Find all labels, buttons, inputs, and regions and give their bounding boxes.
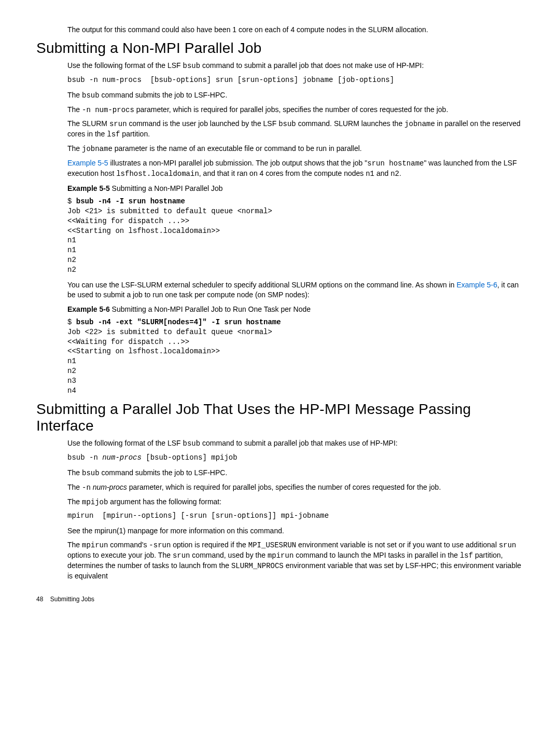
text: You can use the LSF-SLURM external sched…	[67, 281, 456, 289]
text: command. SLURM launches the	[296, 119, 404, 128]
s1-p4: The SLURM srun command is the user job l…	[67, 119, 524, 140]
text: option is required if the	[171, 541, 248, 549]
inline-code: -srun	[149, 541, 171, 549]
inline-code: bsub	[82, 469, 100, 477]
example-5-5-title: Example 5-5 Submitting a Non-MPI Paralle…	[67, 184, 524, 192]
inline-code: mpirun	[268, 551, 293, 560]
text: options to execute your job. The	[67, 551, 173, 559]
s1-p1: Use the following format of the LSF bsub…	[67, 61, 524, 71]
s1-p6: Example 5-5 illustrates a non-MPI parall…	[67, 158, 524, 179]
cmd: bsub -n4 -I srun hostname	[76, 197, 185, 205]
intro-paragraph: The output for this command could also h…	[36, 25, 524, 35]
output: Job <21> is submitted to default queue <…	[67, 207, 272, 274]
example-label: Example 5-5	[67, 184, 110, 192]
text: The	[67, 541, 82, 549]
text: [bsub-options] mpijob	[142, 453, 237, 462]
text: The	[67, 468, 82, 477]
inline-code: lsf	[107, 130, 120, 139]
inline-code: bsub	[82, 91, 100, 100]
s2-p1: Use the following format of the LSF bsub…	[67, 438, 524, 449]
cmd: bsub -n4 -ext "SLURM[nodes=4]" -I srun h…	[76, 318, 281, 326]
page-footer: 48 Submitting Jobs	[36, 596, 524, 603]
s1-p7: You can use the LSF-SLURM external sched…	[67, 280, 524, 300]
text: command to launch the MPI tasks in paral…	[293, 551, 460, 559]
inline-code: lsfhost.localdomain	[116, 170, 199, 178]
inline-code: srun	[173, 551, 190, 560]
example-desc: Submitting a Non-MPI Parallel Job	[110, 184, 223, 192]
text: command submits the job to LSF-HPC.	[100, 91, 228, 99]
text: The SLURM	[67, 119, 109, 128]
inline-code: -n num-procs	[82, 106, 134, 114]
section2-heading: Submitting a Parallel Job That Uses the …	[36, 401, 524, 434]
text: and	[374, 169, 390, 177]
text: The	[67, 91, 82, 99]
text: command submits the job to LSF-HPC.	[100, 468, 228, 477]
text: argument has the following format:	[108, 498, 221, 506]
s2-p5: See the mpirun(1) manpage for more infor…	[67, 526, 524, 536]
example-5-5-code: $ bsub -n4 -I srun hostname Job <21> is …	[67, 197, 524, 275]
text: The	[67, 105, 82, 114]
text: command to submit a parallel job that ma…	[200, 439, 398, 447]
text: Use the following format of the LSF	[67, 61, 183, 70]
text: The	[67, 498, 82, 506]
inline-code: mpijob	[82, 498, 108, 506]
inline-code: mpirun	[82, 541, 108, 549]
param: num-procs	[93, 483, 127, 491]
s1-p5: The jobname parameter is the name of an …	[67, 144, 524, 154]
example-desc: Submitting a Non-MPI Parallel Job to Run…	[110, 305, 311, 313]
text: command is the user job launched by the …	[127, 119, 279, 128]
text: , and that it ran on 4 cores from the co…	[199, 169, 366, 177]
example-link-5-5[interactable]: Example 5-5	[67, 159, 108, 167]
s1-p2: The bsub command submits the job to LSF-…	[67, 90, 524, 101]
text: command's	[108, 541, 149, 549]
s2-p6: The mpirun command's -srun option is req…	[67, 540, 524, 581]
prompt: $	[67, 197, 76, 205]
inline-code: bsub	[183, 439, 201, 448]
text: bsub -n	[67, 453, 102, 462]
example-label: Example 5-6	[67, 305, 110, 313]
footer-label: Submitting Jobs	[50, 596, 94, 603]
output: Job <22> is submitted to default queue <…	[67, 328, 272, 395]
inline-code: n2	[390, 170, 399, 178]
s2-p4: The mpijob argument has the following fo…	[67, 497, 524, 507]
page-number: 48	[36, 596, 43, 603]
s2-cmd1: bsub -n num-procs [bsub-options] mpijob	[67, 453, 524, 463]
inline-code: bsub	[278, 120, 296, 128]
inline-code: srun	[109, 120, 127, 128]
prompt: $	[67, 318, 76, 326]
inline-code: lsf	[460, 551, 473, 560]
text: parameter, which is required for paralle…	[134, 105, 448, 114]
text: .	[399, 169, 401, 177]
text: The	[67, 483, 82, 491]
inline-code: SLURM_NPROCS	[231, 562, 284, 570]
section1-heading: Submitting a Non-MPI Parallel Job	[36, 40, 524, 57]
text: Use the following format of the LSF	[67, 439, 183, 447]
inline-code: bsub	[183, 62, 201, 70]
text: environment variable is not set or if yo…	[296, 541, 499, 549]
text: illustrates a non-MPI parallel job submi…	[108, 159, 368, 167]
example-5-6-title: Example 5-6 Submitting a Non-MPI Paralle…	[67, 305, 524, 313]
inline-code: jobname	[404, 120, 435, 128]
s1-cmd1: bsub -n num-procs [bsub-options] srun [s…	[67, 75, 524, 85]
inline-code: -n	[82, 483, 91, 492]
text: command, used by the	[190, 551, 267, 559]
text: command to submit a parallel job that do…	[200, 61, 424, 70]
inline-code: jobname	[82, 145, 113, 153]
s2-p3: The -n num-procs parameter, which is req…	[67, 482, 524, 493]
example-5-6-code: $ bsub -n4 -ext "SLURM[nodes=4]" -I srun…	[67, 317, 524, 396]
example-link-5-6[interactable]: Example 5-6	[456, 281, 497, 289]
s2-cmd2: mpirun [mpirun--options] [-srun [srun-op…	[67, 511, 524, 521]
inline-code: srun hostname	[367, 159, 424, 168]
text: parameter is the name of an executable f…	[113, 144, 362, 153]
text: parameter, which is required for paralle…	[127, 483, 441, 491]
inline-code: n1	[366, 170, 374, 178]
text: The	[67, 144, 82, 153]
inline-code: srun	[499, 541, 516, 549]
text: partition.	[120, 130, 150, 138]
param: num-procs	[102, 453, 142, 462]
inline-code: MPI_USESRUN	[248, 541, 296, 549]
s1-p3: The -n num-procs parameter, which is req…	[67, 105, 524, 115]
s2-p2: The bsub command submits the job to LSF-…	[67, 468, 524, 478]
